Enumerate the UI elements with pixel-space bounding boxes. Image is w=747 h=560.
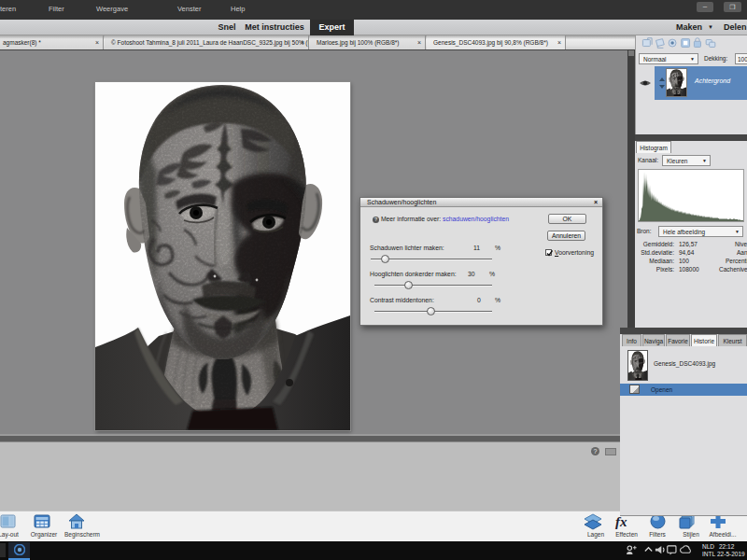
- svg-text:fx: fx: [615, 514, 627, 529]
